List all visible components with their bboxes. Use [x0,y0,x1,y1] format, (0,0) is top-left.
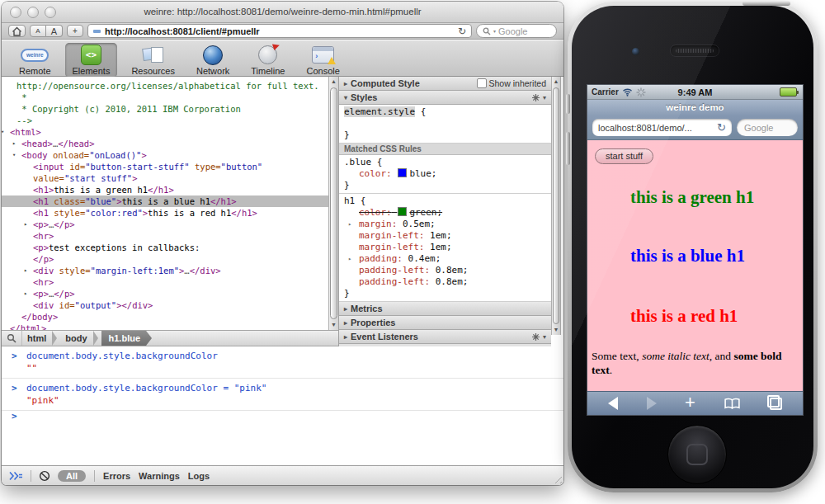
dom-tree-line[interactable]: <div id="output"></div> [2,299,328,311]
expand-icon[interactable]: ▸ [24,288,27,299]
gear-icon[interactable] [531,93,540,102]
expand-icon[interactable]: ▸ [24,265,27,276]
expand-icon[interactable]: ▸ [344,80,347,87]
scroll-up-icon[interactable]: ▲ [552,77,560,87]
rule-selector[interactable]: h1 { [339,195,551,207]
address-bar[interactable]: http://localhost:8081/client/#pmuellr ↻ [87,24,472,38]
dom-tree-line[interactable]: </html> [2,323,328,330]
tree-scrollbar[interactable]: ▲ ▼ [328,77,338,330]
show-inherited-checkbox[interactable] [477,78,487,88]
font-smaller-button[interactable]: A [30,25,46,37]
dom-tree-line[interactable]: http://opensource.org/licenses/alphabeti… [2,80,328,92]
tab-elements[interactable]: <> Elements [65,43,118,78]
computed-style-section[interactable]: ▸ Computed Style Show inherited [339,77,551,91]
dom-tree-line[interactable]: <h1 class="blue">this is a blue h1</h1> [2,195,328,207]
scroll-down-icon[interactable]: ▼ [329,320,338,330]
expand-icon[interactable]: ▸ [344,305,347,313]
reload-icon[interactable]: ↻ [458,26,466,36]
bookmarks-icon[interactable] [724,398,741,410]
tab-timeline[interactable]: Timeline [243,43,292,78]
dom-tree-line[interactable]: ▾<html> [2,126,328,138]
dom-tree-line[interactable]: ▾<body onload="onLoad()"> [2,149,328,161]
tab-remote[interactable]: weinre Remote [12,43,59,78]
dom-tree-line[interactable]: </p> [2,253,328,265]
font-larger-button[interactable]: A [46,25,63,37]
collapse-icon[interactable]: ▾ [2,126,4,138]
collapse-icon[interactable]: ▾ [344,94,347,101]
tab-resources[interactable]: Resources [124,43,182,78]
expand-icon[interactable]: ▸ [344,319,347,327]
scrollbar-thumb[interactable] [330,87,337,319]
expand-icon[interactable]: ▸ [12,138,16,149]
css-declaration[interactable]: color: blue; [339,168,551,180]
scroll-up-icon[interactable]: ▲ [329,77,338,87]
phone-search-input[interactable]: Google [737,119,798,136]
mute-switch[interactable] [566,94,570,114]
filter-logs[interactable]: Logs [188,471,210,481]
phone-address-bar[interactable]: localhost:8081/demo/... ↻ [592,119,732,136]
rule-selector[interactable]: element.style [344,106,415,117]
dom-tree-line[interactable]: <hr> [2,276,328,288]
tab-network[interactable]: Network [189,43,237,78]
filter-warnings[interactable]: Warnings [139,471,180,481]
rule-selector[interactable]: .blue { [339,157,551,168]
window-titlebar[interactable]: weinre: http://localhost:8081/demo/weinr… [2,2,563,23]
element-style-rule[interactable]: element.style { } [339,105,551,144]
search-icon[interactable] [7,333,16,343]
css-declaration[interactable]: margin-left: 1em; [339,242,551,253]
dom-tree-line[interactable]: <hr> [2,230,328,242]
breadcrumb-item-body[interactable]: body [60,331,92,346]
sidebar-scrollbar[interactable]: ▲ ▼ [551,77,561,335]
css-declaration[interactable]: ▸padding: 0.4em; [339,253,551,265]
dom-tree-line[interactable]: </body> [2,311,328,323]
home-button[interactable] [8,25,26,37]
styles-section[interactable]: ▾ Styles ▾ [339,91,551,105]
console-prompt-row[interactable]: > [2,411,563,430]
dom-tree-line[interactable]: ▸<div style="margin-left:1em">…</div> [2,265,328,276]
expand-icon[interactable]: ▸ [344,333,347,341]
minimize-button[interactable] [27,7,39,18]
search-input[interactable]: ▾ Google [476,24,557,38]
css-declaration[interactable]: color: green; [339,207,551,219]
dom-tree-line[interactable]: * [2,92,328,103]
start-stuff-button[interactable]: start stuff [595,148,653,164]
expand-icon[interactable]: ▸ [348,219,351,230]
clear-console-icon[interactable] [39,470,50,482]
close-button[interactable] [10,7,21,18]
metrics-section[interactable]: ▸ Metrics [339,302,551,316]
css-declaration[interactable]: padding-left: 0.8em; [339,265,551,276]
dom-tree-line[interactable]: <input id="button-start-stuff" type="but… [2,161,328,184]
dom-tree-line[interactable]: ▸<p>…</p> [2,219,328,230]
breadcrumb-item-h1.blue[interactable]: h1.blue [101,331,153,346]
reload-icon[interactable]: ↻ [717,123,726,133]
forward-icon[interactable] [647,397,657,410]
dom-tree-line[interactable]: <h1 style="color:red">this is a red h1</… [2,207,328,219]
dom-tree-line[interactable]: <p>test exceptions in callbacks: [2,242,328,253]
gear-icon[interactable] [531,332,540,341]
filter-all[interactable]: All [58,470,86,482]
dom-tree-line[interactable]: ▸<head>…</head> [2,138,328,149]
css-declaration[interactable]: margin-left: 1em; [339,230,551,242]
expand-icon[interactable]: ▸ [348,253,351,265]
new-tab-button[interactable]: + [67,25,83,37]
add-icon[interactable]: + [685,393,695,412]
properties-section[interactable]: ▸ Properties [339,316,551,330]
dom-tree-line[interactable]: --> [2,115,328,126]
scrollbar-thumb[interactable] [553,87,559,324]
filter-errors[interactable]: Errors [103,471,130,481]
css-declaration[interactable]: padding-left: 0.8em; [339,276,551,288]
collapse-icon[interactable]: ▾ [12,149,16,161]
breadcrumb-item-html[interactable]: html [22,331,51,346]
home-button[interactable] [667,425,727,484]
event-listeners-section[interactable]: ▸ Event Listeners ▾ [339,330,551,344]
resize-grip[interactable] [552,473,562,483]
volume-button[interactable] [566,132,570,165]
expand-icon[interactable]: ▸ [24,219,27,230]
pages-icon[interactable] [770,398,782,410]
back-icon[interactable] [608,397,618,410]
dom-tree-line[interactable]: * Copyright (c) 2010, 2011 IBM Corporati… [2,103,328,115]
css-declaration[interactable]: ▸margin: 0.5em; [339,219,551,230]
tab-console[interactable]: › Console [299,43,346,78]
dom-tree-line[interactable]: <h1>this is a green h1</h1> [2,184,328,195]
dom-tree-line[interactable]: ▸<p>…</p> [2,288,328,299]
